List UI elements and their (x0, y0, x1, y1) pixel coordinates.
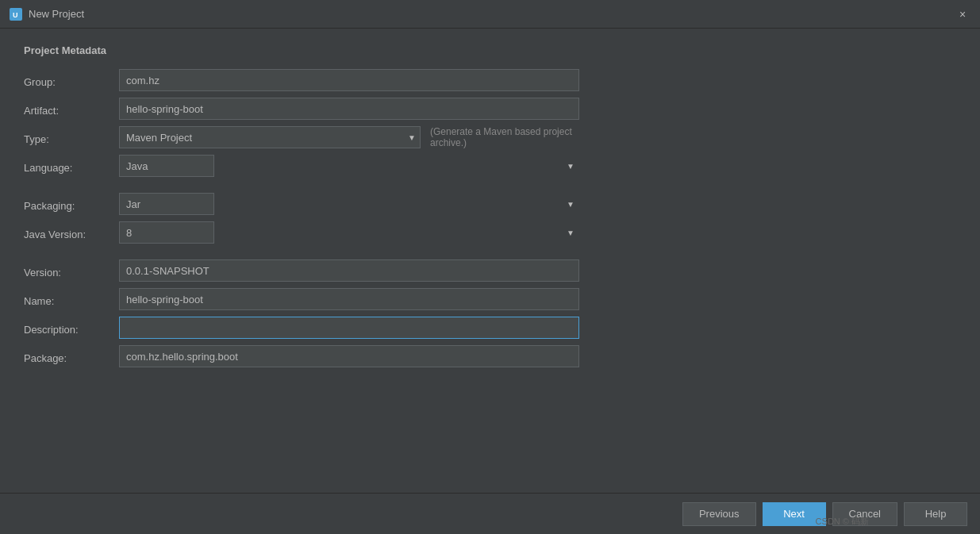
new-project-dialog: U New Project × Project Metadata Group: … (0, 0, 980, 534)
close-button[interactable]: × (955, 6, 970, 22)
watermark: CSDN © 码新 (816, 516, 869, 528)
group-input[interactable] (119, 69, 579, 91)
description-label: Description: (24, 317, 111, 339)
type-label: Type: (24, 126, 111, 148)
previous-button[interactable]: Previous (682, 502, 756, 526)
type-select[interactable]: Maven Project Gradle Project (119, 126, 421, 148)
bottom-bar: Previous Next Cancel Help (0, 493, 980, 534)
title-bar: U New Project × (0, 0, 980, 29)
name-label: Name: (24, 288, 111, 310)
version-input[interactable] (119, 259, 579, 282)
section-title: Project Metadata (24, 44, 956, 56)
dialog-content: Project Metadata Group: Artifact: Type: … (0, 29, 980, 493)
dialog-title: New Project (29, 8, 955, 20)
help-button[interactable]: Help (904, 502, 967, 526)
language-label: Language: (24, 155, 111, 177)
packaging-label: Packaging: (24, 193, 111, 215)
packaging-select-arrow: ▼ (567, 200, 575, 209)
package-label: Package: (24, 345, 111, 367)
artifact-input[interactable] (119, 98, 579, 120)
package-input[interactable] (119, 345, 579, 367)
packaging-select[interactable]: Jar War (119, 193, 214, 215)
language-select-arrow: ▼ (567, 162, 575, 171)
svg-text:U: U (13, 11, 18, 19)
type-description: (Generate a Maven based project archive.… (430, 126, 579, 148)
group-label: Group: (24, 69, 111, 91)
language-select[interactable]: Java Kotlin Groovy (119, 155, 214, 177)
java-version-select[interactable]: 8 11 17 21 (119, 221, 214, 244)
form-grid: Group: Artifact: Type: Maven Project Gra… (24, 69, 579, 367)
artifact-label: Artifact: (24, 98, 111, 120)
spacer-2 (119, 183, 579, 186)
description-input[interactable] (119, 317, 579, 339)
java-version-label: Java Version: (24, 221, 111, 244)
java-version-select-arrow: ▼ (567, 229, 575, 237)
app-icon: U (10, 8, 22, 21)
name-input[interactable] (119, 288, 579, 310)
spacer-4 (119, 250, 579, 253)
spacer-1 (24, 183, 111, 186)
version-label: Version: (24, 259, 111, 282)
spacer-3 (24, 250, 111, 253)
